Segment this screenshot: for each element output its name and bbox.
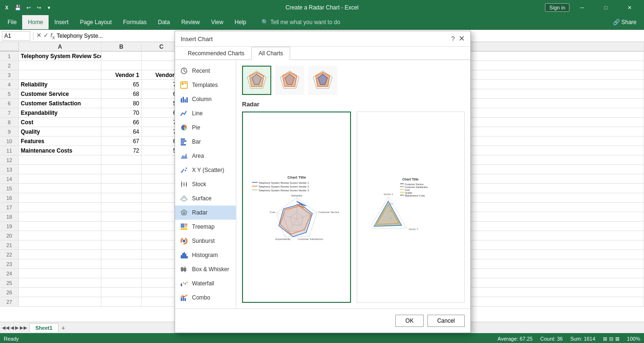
- sunburst-icon: [180, 237, 188, 245]
- svg-point-36: [183, 240, 185, 242]
- chart-type-scatter-label: X Y (Scatter): [192, 167, 224, 173]
- cancel-button[interactable]: Cancel: [427, 315, 465, 327]
- svg-rect-32: [181, 223, 184, 228]
- svg-rect-40: [184, 252, 185, 258]
- line-icon: [180, 109, 188, 118]
- svg-marker-121: [375, 204, 400, 225]
- svg-rect-33: [185, 223, 187, 226]
- chart-type-stock[interactable]: Stock: [175, 177, 236, 191]
- chart-subtype-1[interactable]: [242, 66, 271, 95]
- svg-rect-24: [181, 183, 182, 185]
- radar-icon: [180, 208, 188, 217]
- chart-types-list: Recent Templates Column: [175, 60, 236, 309]
- chart-type-line[interactable]: Line: [175, 106, 236, 120]
- boxwhisker-icon: [180, 265, 188, 274]
- svg-rect-9: [186, 97, 188, 103]
- svg-rect-42: [186, 256, 188, 258]
- chart-type-surface[interactable]: Surface: [175, 191, 236, 206]
- dialog-tabs: Recommended Charts All Charts: [175, 47, 470, 60]
- svg-marker-28: [181, 196, 187, 199]
- chart-type-sunburst[interactable]: Sunburst: [175, 234, 236, 248]
- chart-subtype-2[interactable]: [275, 66, 304, 95]
- chart-type-combo[interactable]: Combo: [175, 291, 236, 305]
- svg-rect-12: [181, 140, 186, 142]
- svg-marker-69: [283, 72, 297, 86]
- svg-point-17: [183, 169, 184, 171]
- chart-type-waterfall-label: Waterfall: [192, 280, 214, 287]
- chart-type-boxwhisker[interactable]: Box & Whisker: [175, 262, 236, 276]
- dialog-overlay: Insert Chart ? ✕ Recommended Charts All …: [0, 0, 644, 343]
- chart-type-templates-label: Templates: [192, 82, 218, 88]
- templates-icon: [180, 81, 188, 89]
- chart-type-area[interactable]: Area: [175, 149, 236, 163]
- svg-text:Telephony System Review Scores: Telephony System Review Scores Vendor 2: [259, 185, 309, 188]
- chart-type-recent[interactable]: Recent: [175, 64, 236, 78]
- bar-icon: [180, 137, 188, 146]
- svg-rect-52: [186, 282, 188, 283]
- dialog-close-button[interactable]: ✕: [459, 35, 465, 43]
- chart-type-line-label: Line: [192, 110, 203, 117]
- svg-rect-25: [184, 184, 184, 185]
- dialog-help-icon[interactable]: ?: [451, 35, 455, 43]
- svg-text:Vendor 3: Vendor 3: [409, 228, 418, 231]
- svg-rect-14: [181, 144, 186, 146]
- chart-preview-2[interactable]: Chart Title Customer Service Customer Sa…: [357, 111, 465, 303]
- chart-type-surface-label: Surface: [192, 195, 211, 202]
- column-icon: [180, 95, 188, 103]
- chart-type-column[interactable]: Column: [175, 92, 236, 106]
- histogram-icon: [180, 251, 188, 259]
- treemap-icon: [180, 223, 188, 231]
- chart-type-templates[interactable]: Templates: [175, 78, 236, 92]
- dialog-title-icons: ? ✕: [451, 35, 465, 43]
- chart-type-combo-label: Combo: [192, 294, 210, 301]
- chart-type-sunburst-label: Sunburst: [192, 238, 215, 244]
- svg-rect-38: [181, 255, 182, 258]
- chart-type-radar[interactable]: Radar: [175, 206, 236, 220]
- chart-type-bar-label: Bar: [192, 138, 201, 145]
- svg-rect-39: [182, 253, 184, 258]
- stock-icon: [180, 180, 188, 189]
- svg-rect-6: [181, 98, 182, 103]
- chart-type-boxwhisker-label: Box & Whisker: [192, 266, 229, 273]
- chart-type-waterfall[interactable]: Waterfall: [175, 276, 236, 291]
- svg-rect-51: [184, 283, 186, 284]
- dialog-footer: OK Cancel: [175, 309, 470, 333]
- svg-rect-55: [184, 298, 186, 301]
- svg-text:Telephony System Review Scores: Telephony System Review Scores Vendor 3: [259, 189, 309, 192]
- chart-subtype-3[interactable]: [308, 66, 337, 95]
- tab-all-charts[interactable]: All Charts: [251, 47, 290, 60]
- chart-type-pie[interactable]: Pie: [175, 120, 236, 135]
- chart-type-pie-label: Pie: [192, 124, 200, 131]
- dialog-body: Recent Templates Column: [175, 60, 470, 309]
- tab-recommended-charts[interactable]: Recommended Charts: [181, 47, 251, 60]
- chart-type-histogram-label: Histogram: [192, 252, 218, 258]
- svg-rect-35: [181, 228, 187, 230]
- svg-rect-53: [181, 298, 182, 301]
- dialog-title-bar: Insert Chart ? ✕: [175, 31, 470, 47]
- svg-marker-60: [250, 72, 264, 86]
- chart-type-scatter[interactable]: X Y (Scatter): [175, 163, 236, 177]
- svg-rect-7: [183, 97, 184, 103]
- chart-type-bar[interactable]: Bar: [175, 135, 236, 149]
- chart-type-histogram[interactable]: Histogram: [175, 248, 236, 262]
- svg-rect-41: [185, 254, 186, 258]
- chart-type-treemap-label: Treemap: [192, 223, 215, 230]
- svg-rect-5: [184, 83, 186, 84]
- chart-type-radar-label: Radar: [192, 209, 208, 216]
- svg-point-18: [185, 170, 186, 172]
- chart-type-stock-label: Stock: [192, 181, 206, 188]
- recent-icon: [180, 67, 188, 75]
- combo-icon: [180, 293, 188, 302]
- ok-button[interactable]: OK: [395, 315, 423, 327]
- svg-rect-50: [183, 282, 184, 283]
- chart-content: Radar Chart Title Telephony System Revie…: [236, 60, 470, 309]
- scatter-icon: [180, 166, 188, 174]
- svg-point-19: [186, 168, 187, 169]
- chart-type-treemap[interactable]: Treemap: [175, 220, 236, 234]
- chart-preview-1[interactable]: Chart Title Telephony System Review Scor…: [242, 111, 351, 303]
- svg-marker-15: [181, 153, 187, 159]
- svg-text:Maintenance Costs: Maintenance Costs: [405, 194, 425, 197]
- chart-previews: Chart Title Telephony System Review Scor…: [242, 111, 465, 303]
- surface-icon: [180, 194, 188, 203]
- dialog-title: Insert Chart: [181, 35, 213, 43]
